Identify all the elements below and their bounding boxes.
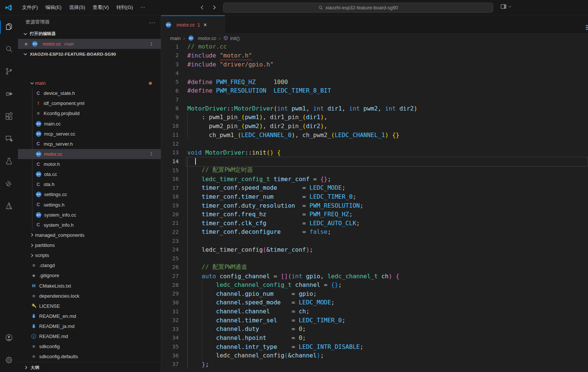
- tree-folder-managed_components[interactable]: managed_components: [18, 230, 161, 240]
- tree-file-device_state.h[interactable]: Cdevice_state.h: [18, 88, 161, 98]
- search-icon: [4, 44, 13, 55]
- activity-source-control[interactable]: [0, 61, 18, 83]
- activity-testing[interactable]: [0, 151, 18, 173]
- tree-folder-partitions[interactable]: partitions: [18, 240, 161, 250]
- tree-file-system_info.h[interactable]: Csystem_info.h: [18, 220, 161, 230]
- more-actions-icon[interactable]: ···: [149, 19, 156, 25]
- code-editor[interactable]: 1// motor.cc2#include "motor.h"3#include…: [161, 42, 588, 372]
- tree-file-CMakeLists.txt[interactable]: MCMakeLists.txt: [18, 281, 161, 291]
- activity-explorer[interactable]: [0, 16, 18, 38]
- command-center-search[interactable]: xiaozhi-esp32-feature-board-sg90: [223, 3, 493, 13]
- open-editors-header[interactable]: 打开的编辑器: [18, 29, 161, 39]
- tree-item-label: .clangd: [39, 263, 55, 268]
- espressif-icon: [4, 179, 14, 190]
- activity-chat[interactable]: [0, 128, 18, 151]
- tree-file-ota.h[interactable]: Cota.h: [18, 179, 161, 189]
- close-icon[interactable]: ×: [203, 22, 207, 28]
- tree-folder-scripts[interactable]: scripts: [18, 250, 161, 260]
- code-line-9: 9 : pwm1_pin_(pwm1), dir1_pin_(dir1),: [161, 113, 588, 122]
- tab-motor-cc[interactable]: C+ motor.cc 1 ×: [161, 15, 225, 34]
- menu-item[interactable]: 选择(S): [65, 3, 89, 12]
- line-number: 12: [161, 141, 179, 147]
- navigate-back-icon[interactable]: [198, 3, 207, 12]
- open-editor-item[interactable]: × C+ motor.cc main 1: [18, 39, 161, 49]
- activity-extensions[interactable]: [0, 106, 18, 128]
- code-text: channel.speed_mode = LEDC_MODE;: [187, 299, 335, 306]
- tree-item-label: README.md: [39, 334, 68, 339]
- activity-settings[interactable]: [0, 350, 18, 372]
- activity-esp-idf[interactable]: [0, 173, 18, 195]
- menu-overflow[interactable]: ···: [137, 3, 149, 12]
- debug-icon: [4, 89, 13, 100]
- section-大纲[interactable]: 大纲: [18, 362, 161, 372]
- activity-bar: [0, 15, 18, 372]
- tree-file-sdkconfig.defaults[interactable]: ≡sdkconfig.defaults: [18, 351, 161, 362]
- line-number: 2: [161, 52, 179, 58]
- tree-item-label: system_info.h: [44, 222, 74, 228]
- tab-bar: C+ motor.cc 1 ×: [161, 15, 588, 34]
- close-icon[interactable]: ×: [23, 41, 29, 47]
- breadcrumb-folder[interactable]: main: [170, 35, 181, 41]
- line-number: 4: [161, 70, 179, 76]
- line-number: 37: [161, 361, 179, 367]
- line-number: 10: [161, 123, 179, 129]
- line-number: 25: [161, 255, 179, 261]
- code-line-37: 37 };: [161, 360, 588, 369]
- menu-item[interactable]: 编辑(E): [42, 3, 65, 12]
- tree-file-.gitignore[interactable]: ◈.gitignore: [18, 270, 161, 280]
- tree-file-idf_component.yml[interactable]: !idf_component.yml: [18, 98, 161, 108]
- activity-search[interactable]: [0, 38, 18, 61]
- tree-item-label: main.cc: [44, 121, 61, 127]
- activity-run-debug[interactable]: [0, 83, 18, 106]
- code-line-31: 31 channel.channel = ch;: [161, 307, 588, 316]
- chevron-icon: [29, 232, 35, 238]
- code-line-34: 34 channel.hpoint = 0;: [161, 334, 588, 342]
- tree-item-label: ota.cc: [44, 171, 57, 177]
- code-line-35: 35 channel.intr_type = LEDC_INTR_DISABLE…: [161, 342, 588, 351]
- code-text: timer_conf.freq_hz = PWM_FREQ_HZ;: [187, 211, 353, 218]
- line-number: 11: [161, 132, 179, 138]
- tree-file-dependencies.lock[interactable]: ≡dependencies.lock: [18, 291, 161, 301]
- activity-cmake[interactable]: [0, 195, 18, 218]
- tree-file-mcp_server.cc[interactable]: C+mcp_server.cc: [18, 129, 161, 139]
- tree-item-label: device_state.h: [44, 90, 75, 96]
- breadcrumb-file[interactable]: motor.cc: [198, 35, 216, 41]
- tree-folder-main[interactable]: main: [18, 78, 161, 88]
- tree-item-label: mcp_server.cc: [44, 131, 75, 137]
- tree-file-README_ja.md[interactable]: README_ja.md: [18, 321, 161, 331]
- tree-file-mcp_server.h[interactable]: Cmcp_server.h: [18, 139, 161, 149]
- tree-file-.clangd[interactable]: ≡.clangd: [18, 260, 161, 270]
- tree-file-README_en.md[interactable]: README_en.md: [18, 311, 161, 321]
- code-text: };: [187, 361, 209, 368]
- tree-file-motor.cc[interactable]: C+motor.cc1: [18, 149, 161, 159]
- tree-file-Kconfig.projbuild[interactable]: ≡Kconfig.projbuild: [18, 108, 161, 118]
- navigate-forward-icon[interactable]: [210, 3, 219, 12]
- code-text: timer_conf.speed_mode = LEDC_MODE;: [187, 184, 345, 191]
- code-text: : pwm1_pin_(pwm1), dir1_pin_(dir1),: [187, 114, 328, 121]
- line-number: 8: [161, 105, 179, 111]
- code-line-1: 1// motor.cc: [161, 42, 588, 51]
- tree-file-settings.cc[interactable]: C+settings.cc: [18, 189, 161, 199]
- activity-accounts[interactable]: [0, 327, 18, 350]
- tree-file-sdkconfig[interactable]: ≡sdkconfig: [18, 341, 161, 351]
- menu-item[interactable]: 文件(F): [18, 3, 42, 12]
- chevron-icon: [29, 252, 35, 258]
- tree-file-motor.h[interactable]: Cmotor.h: [18, 159, 161, 169]
- breadcrumb-symbol[interactable]: init(): [230, 35, 240, 41]
- code-text: #define PWM_RESOLUTION LEDC_TIMER_8_BIT: [187, 87, 331, 94]
- tree-file-main.cc[interactable]: C+main.cc: [18, 119, 161, 129]
- line-number: 28: [161, 282, 179, 288]
- tree-file-system_info.cc[interactable]: C+system_info.cc: [18, 210, 161, 220]
- menu-item[interactable]: 转到(G): [113, 3, 137, 12]
- section-label: 大纲: [31, 365, 39, 371]
- tree-file-LICENSE[interactable]: LICENSE: [18, 301, 161, 311]
- tree-file-ota.cc[interactable]: C+ota.cc: [18, 169, 161, 179]
- license-key-icon: [31, 303, 37, 309]
- layout-controls[interactable]: [500, 3, 512, 10]
- project-section-header[interactable]: XIAOZHI-ESP32-FEATURE-BOARD-SG90: [18, 49, 161, 59]
- menu-item[interactable]: 查看(V): [89, 3, 112, 12]
- sidebar-title-row: 资源管理器 ···: [18, 15, 161, 29]
- chevron-icon: [22, 51, 28, 57]
- tree-file-settings.h[interactable]: Csettings.h: [18, 200, 161, 210]
- tree-file-README.md[interactable]: iREADME.md: [18, 331, 161, 341]
